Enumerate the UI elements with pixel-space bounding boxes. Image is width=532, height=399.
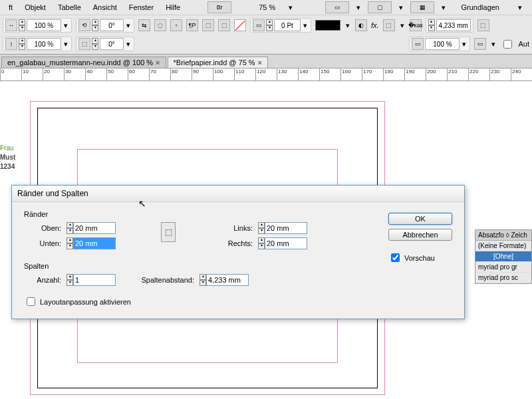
count-label: Anzahl: <box>24 276 61 284</box>
style-row[interactable]: [Ohne] <box>475 251 531 262</box>
style-row[interactable]: myriad pro sc <box>475 273 531 283</box>
top-input[interactable] <box>73 222 116 234</box>
document-tabs: en_galabau_mustermann-neu.indd @ 100 %× … <box>0 55 532 68</box>
shear-input[interactable] <box>100 38 124 50</box>
layout-adjust-checkbox[interactable] <box>27 297 35 306</box>
menu-item[interactable]: Tabelle <box>52 3 87 11</box>
margins-label: Ränder <box>24 210 376 218</box>
style-row[interactable]: (Keine Formate) <box>475 241 531 251</box>
text-frame: Frau Must 1234 <box>0 144 15 172</box>
shear-icon: ⬚ <box>78 38 90 50</box>
flip-h-icon[interactable]: ⇋ <box>138 19 150 31</box>
menu-item[interactable]: Ansicht <box>87 3 123 11</box>
left-label: Links: <box>215 224 253 232</box>
menu-bar: ft Objekt Tabelle Ansicht Fenster Hilfe … <box>0 0 532 15</box>
margins-columns-dialog: Ränder und Spalten Ränder Oben:▴▾ Unten:… <box>11 185 465 319</box>
close-icon[interactable]: × <box>156 59 160 66</box>
right-input[interactable] <box>265 237 307 249</box>
scale-x-icon: ↔ <box>5 19 17 31</box>
panel-header[interactable]: Absatzfo ◊ Zeich <box>475 230 531 241</box>
bottom-label: Unten: <box>24 239 61 247</box>
zoom-level[interactable]: 75 % <box>253 3 281 11</box>
dotted-circle-icon[interactable]: ◌ <box>154 19 166 31</box>
scale-x-input[interactable] <box>27 19 61 31</box>
fx-icon[interactable]: fx. <box>371 21 379 29</box>
no-fill-icon[interactable] <box>234 19 246 31</box>
stepper[interactable]: ▴▾ <box>428 19 435 31</box>
align-icon[interactable]: ▭ <box>474 38 486 50</box>
screen-mode-icon[interactable]: ▢ <box>368 1 392 13</box>
scale-y-input[interactable] <box>27 38 61 50</box>
scale-y-icon: ↕ <box>5 38 17 50</box>
paragraph-icon[interactable]: ¶P <box>186 19 198 31</box>
width-input[interactable] <box>436 19 471 31</box>
gutter-input[interactable] <box>206 274 249 286</box>
menu-item[interactable]: Fenster <box>123 3 160 11</box>
preview-label: Vorschau <box>404 254 435 262</box>
arrange-icon[interactable]: ▦ <box>410 1 434 13</box>
bottom-input[interactable] <box>73 237 116 249</box>
columns-label: Spalten <box>24 262 376 270</box>
auto-checkbox[interactable] <box>503 40 512 49</box>
cancel-button[interactable]: Abbrechen <box>388 229 452 241</box>
document-tab[interactable]: en_galabau_mustermann-neu.indd @ 100 %× <box>1 57 166 68</box>
horizontal-ruler[interactable]: 0102030405060708090100110120130140150160… <box>0 68 532 81</box>
stepper[interactable]: ▴▾ <box>92 38 98 50</box>
crop-icon[interactable]: �как <box>410 19 422 31</box>
top-label: Oben: <box>24 224 61 232</box>
stroke-weight-input[interactable] <box>274 19 301 31</box>
size-input[interactable] <box>425 38 460 50</box>
auto-label: Aut <box>518 40 529 48</box>
menu-item[interactable]: Objekt <box>19 3 52 11</box>
gutter-label: Spaltenabstand: <box>121 276 194 284</box>
left-input[interactable] <box>265 222 307 234</box>
ok-button[interactable]: OK <box>388 213 452 225</box>
link-margins-icon[interactable]: ⬚ <box>161 222 176 242</box>
stepper[interactable]: ▴▾ <box>19 38 25 50</box>
dialog-title: Ränder und Spalten <box>12 186 464 202</box>
rotate-icon: ⟲ <box>78 19 90 31</box>
chevron-down-icon[interactable]: ▾ <box>281 3 300 12</box>
stepper[interactable]: ▴▾ <box>92 19 98 31</box>
control-panel: ↔▴▾▾ ⟲▴▾▾ ⇋ ◌ ▫ ¶P ⬚ ⬚ ▭▴▾▾ ▾ ◐ fx. ⬚▾ �… <box>0 15 532 55</box>
menu-item[interactable]: ft <box>3 3 19 11</box>
stepper[interactable]: ▴▾ <box>258 222 265 234</box>
preview-checkbox[interactable] <box>391 253 400 262</box>
count-input[interactable] <box>73 274 116 286</box>
dotted-square-icon[interactable]: ▫ <box>170 19 182 31</box>
layout-adjust-label: Layoutanpassung aktivieren <box>40 298 131 306</box>
right-label: Rechts: <box>215 239 253 247</box>
view-mode-icon[interactable]: ▭ <box>325 1 349 13</box>
misc-icon[interactable]: ⬚ <box>477 19 489 31</box>
document-tab[interactable]: *Briefpapier.indd @ 75 %× <box>168 57 269 68</box>
size-icon: ▭ <box>412 38 424 50</box>
bridge-icon[interactable]: Br <box>207 1 231 13</box>
opacity-icon[interactable]: ◐ <box>355 19 367 31</box>
menu-item[interactable]: Hilfe <box>160 3 186 11</box>
stepper[interactable]: ▴▾ <box>200 274 206 286</box>
text-wrap-icon[interactable]: ⬚ <box>202 19 214 31</box>
stepper[interactable]: ▴▾ <box>266 19 273 31</box>
chevron-down-icon[interactable]: ▾ <box>511 3 529 12</box>
effects-icon[interactable]: ⬚ <box>218 19 230 31</box>
rotate-input[interactable] <box>100 19 124 31</box>
corner-icon[interactable]: ⬚ <box>383 19 395 31</box>
stepper[interactable]: ▴▾ <box>66 274 73 286</box>
workspace-switcher[interactable]: Grundlagen <box>456 3 506 11</box>
paragraph-styles-panel[interactable]: Absatzfo ◊ Zeich (Keine Formate) [Ohne] … <box>475 229 532 284</box>
style-row[interactable]: myriad pro gr <box>475 262 531 273</box>
stepper[interactable]: ▴▾ <box>258 237 265 249</box>
stepper[interactable]: ▴▾ <box>66 222 73 234</box>
stepper[interactable]: ▴▾ <box>19 19 25 31</box>
color-swatch[interactable] <box>315 20 340 31</box>
stroke-icon: ▭ <box>253 19 265 31</box>
close-icon[interactable]: × <box>258 59 262 66</box>
stepper[interactable]: ▴▾ <box>66 237 73 249</box>
